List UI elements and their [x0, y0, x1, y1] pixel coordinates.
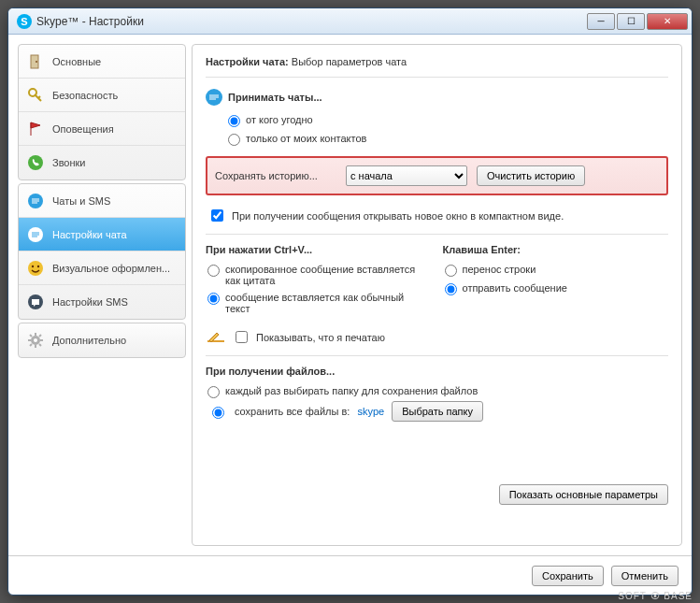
svg-text:S: S [21, 16, 27, 27]
maximize-button[interactable]: ☐ [617, 13, 645, 30]
sidebar-item-advanced[interactable]: Дополнительно [19, 323, 185, 357]
enter-title: Клавиша Enter: [443, 244, 669, 255]
svg-line-18 [30, 335, 32, 337]
ctrlv-plain-label: сообщение вставляется как обычный текст [225, 292, 432, 314]
door-icon [26, 52, 45, 71]
typing-option[interactable]: Показывать, что я печатаю [206, 326, 668, 356]
files-saveall-label: сохранить все файлы в: [235, 406, 350, 417]
accept-contacts-label: только от моих контактов [246, 133, 366, 144]
ctrlv-plain-option[interactable]: сообщение вставляется как обычный текст [206, 289, 432, 317]
accept-anyone-radio[interactable] [228, 115, 240, 127]
ctrlv-quote-radio[interactable] [207, 265, 220, 277]
enter-newline-option[interactable]: перенос строки [443, 261, 669, 280]
clear-history-button[interactable]: Очистить историю [477, 165, 585, 186]
cancel-button[interactable]: Отменить [611, 566, 679, 586]
sidebar-item-notify[interactable]: Оповещения [19, 112, 185, 146]
files-saveall-option: сохранить все файлы в: skype Выбрать пап… [206, 401, 668, 422]
close-button[interactable]: ✕ [647, 13, 688, 30]
minimize-button[interactable]: ─ [587, 13, 615, 30]
two-columns: При нажатии Ctrl+V... скопированное сооб… [206, 244, 668, 326]
accept-contacts-option[interactable]: только от моих контактов [206, 130, 668, 149]
open-compact-label: При получении сообщения открывать новое … [232, 210, 564, 222]
ctrlv-quote-label: скопированное сообщение вставляется как … [225, 264, 432, 286]
titlebar: S Skype™ - Настройки ─ ☐ ✕ [8, 8, 692, 35]
files-section: При получении файлов... каждый раз выбир… [206, 366, 668, 422]
accept-chats-title: Принимать чаты... [228, 92, 322, 103]
gear-icon [26, 331, 45, 350]
sidebar-item-security[interactable]: Безопасность [19, 79, 185, 112]
enter-send-option[interactable]: отправить сообщение [443, 280, 669, 298]
typing-checkbox[interactable] [236, 331, 248, 343]
svg-line-20 [30, 344, 32, 346]
files-ask-radio[interactable] [207, 386, 220, 398]
sidebar-item-label: Настройки SMS [52, 296, 128, 308]
show-main-params-button[interactable]: Показать основные параметры [499, 484, 668, 505]
skype-icon: S [16, 13, 33, 30]
accept-anyone-option[interactable]: от кого угодно [206, 111, 668, 130]
sidebar-item-chat-settings[interactable]: Настройки чата [19, 218, 185, 251]
enter-newline-radio[interactable] [445, 265, 457, 277]
history-label: Сохранять историю... [215, 170, 336, 181]
svg-point-3 [36, 61, 37, 63]
sidebar-item-sms-settings[interactable]: Настройки SMS [19, 285, 185, 319]
sidebar-item-label: Основные [52, 56, 101, 67]
footer: Сохранить Отменить SOFT ⦿ BASE [8, 555, 692, 595]
ctrlv-title: При нажатии Ctrl+V... [206, 244, 432, 255]
save-button[interactable]: Сохранить [532, 566, 604, 586]
files-title: При получении файлов... [206, 366, 668, 377]
enter-send-label: отправить сообщение [463, 282, 567, 294]
sidebar-item-main[interactable]: Основные [19, 45, 185, 79]
accept-anyone-label: от кого угодно [246, 114, 313, 125]
phone-icon [26, 153, 45, 172]
enter-send-radio[interactable] [445, 283, 457, 295]
sidebar-item-label: Настройки чата [52, 229, 127, 240]
settings-window: S Skype™ - Настройки ─ ☐ ✕ Основные Безо… [7, 7, 693, 596]
typing-label: Показывать, что я печатаю [256, 332, 385, 343]
open-compact-option[interactable]: При получении сообщения открывать новое … [206, 203, 668, 235]
open-compact-checkbox[interactable] [211, 209, 223, 222]
accept-contacts-radio[interactable] [228, 134, 240, 146]
sidebar-item-chats[interactable]: Чаты и SMS [19, 184, 185, 218]
ctrlv-quote-option[interactable]: скопированное сообщение вставляется как … [206, 261, 432, 289]
svg-point-8 [28, 261, 43, 276]
svg-line-19 [39, 344, 41, 346]
sidebar-item-label: Чаты и SMS [52, 195, 110, 207]
window-body: Основные Безопасность Оповещения Звонки [8, 35, 692, 595]
content-header: Настройки чата: Выбор параметров чата [206, 56, 668, 78]
choose-folder-button[interactable]: Выбрать папку [392, 401, 483, 422]
sidebar-group: Дополнительно [18, 323, 186, 358]
ctrlv-plain-radio[interactable] [207, 293, 220, 305]
enter-column: Клавиша Enter: перенос строки отправить … [443, 244, 669, 317]
history-highlight: Сохранять историю... с начала Очистить и… [206, 156, 668, 195]
sidebar: Основные Безопасность Оповещения Звонки [18, 44, 186, 546]
accept-chats-header: Принимать чаты... [206, 89, 668, 106]
sidebar-item-visual[interactable]: Визуальное оформлен... [19, 251, 185, 285]
sidebar-item-calls[interactable]: Звонки [19, 146, 185, 179]
sidebar-item-label: Безопасность [52, 90, 118, 101]
content-panel: Настройки чата: Выбор параметров чата Пр… [192, 44, 682, 546]
window-controls: ─ ☐ ✕ [587, 13, 688, 30]
sidebar-item-label: Дополнительно [52, 335, 126, 346]
svg-point-10 [37, 265, 39, 266]
svg-point-13 [34, 338, 37, 342]
pencil-icon [207, 331, 226, 344]
sidebar-item-label: Звонки [52, 157, 86, 168]
sidebar-item-label: Визуальное оформлен... [52, 263, 170, 274]
sms-icon [26, 293, 45, 311]
sidebar-item-label: Оповещения [52, 123, 114, 135]
files-folder-link[interactable]: skype [357, 406, 384, 417]
content-title-bold: Настройки чата: [206, 56, 289, 67]
flag-icon [26, 120, 45, 138]
enter-newline-label: перенос строки [463, 264, 536, 275]
files-ask-option[interactable]: каждый раз выбирать папку для сохранения… [206, 382, 668, 401]
smiley-icon [26, 259, 45, 278]
files-saveall-radio[interactable] [212, 407, 224, 419]
chat-bubble-icon [206, 89, 222, 106]
key-icon [26, 86, 45, 105]
sidebar-group: Основные Безопасность Оповещения Звонки [18, 44, 186, 180]
files-ask-label: каждый раз выбирать папку для сохранения… [225, 385, 478, 396]
chat-settings-icon [26, 225, 45, 244]
svg-point-9 [32, 265, 34, 266]
content-title-rest: Выбор параметров чата [292, 56, 407, 67]
history-duration-select[interactable]: с начала [346, 165, 467, 186]
